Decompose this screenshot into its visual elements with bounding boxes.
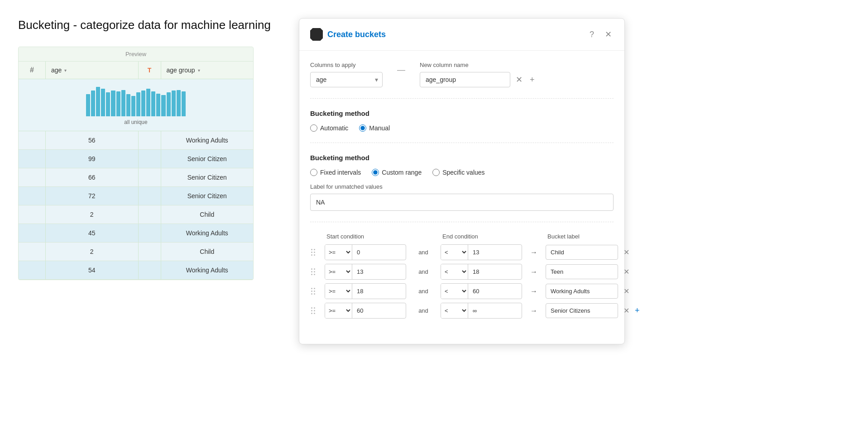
col-age-dropdown-icon[interactable]: ▾ — [64, 68, 67, 73]
start-value-input[interactable] — [352, 284, 384, 298]
custom-range-radio[interactable] — [372, 169, 379, 176]
create-buckets-modal: Create buckets ? ✕ Columns to apply age — [299, 18, 625, 344]
end-value-input[interactable] — [468, 284, 500, 298]
bucket-add-btn[interactable]: + — [633, 304, 642, 317]
start-value-input[interactable] — [352, 265, 384, 279]
end-op-select[interactable]: < <= > >= — [441, 284, 468, 299]
new-column-add-btn[interactable]: + — [528, 73, 537, 86]
col-agegroup-dropdown-icon[interactable]: ▾ — [198, 68, 200, 73]
arrow-icon: → — [526, 268, 542, 276]
bucket-remove-btn[interactable]: ✕ — [622, 305, 631, 317]
histogram-bar — [146, 89, 150, 116]
bucket-header-row: Start condition End condition Bucket lab… — [310, 233, 614, 240]
columns-row: Columns to apply age — New column name ✕ — [310, 62, 614, 87]
col-age-label: age — [51, 67, 62, 74]
page-title: Bucketing - categorize data for machine … — [18, 18, 281, 32]
bucket-label-input[interactable] — [546, 245, 618, 260]
cell-age-value: 54 — [46, 261, 139, 279]
specific-values-radio[interactable] — [432, 169, 440, 176]
col-num-header: # — [19, 62, 46, 79]
columns-section: Columns to apply age — New column name ✕ — [310, 62, 614, 99]
fixed-intervals-radio[interactable] — [310, 169, 317, 176]
new-column-name-input[interactable] — [420, 72, 510, 87]
histogram-bar — [141, 91, 145, 116]
bucketing-method-title: Bucketing method — [310, 110, 614, 117]
col-agegroup-label: age group — [167, 67, 195, 74]
end-op-select[interactable]: < <= > >= — [441, 245, 468, 260]
new-column-name-field: ✕ + — [420, 72, 537, 87]
histogram-bar — [86, 94, 90, 116]
columns-select[interactable]: age — [310, 72, 383, 87]
cell-age-value: 66 — [46, 168, 139, 186]
histogram-bar — [136, 92, 140, 116]
preview-table: Preview # age ▾ T age group ▾ all unique — [18, 47, 254, 280]
start-op-select[interactable]: >= > <= < — [325, 245, 352, 260]
manual-option[interactable]: Manual — [359, 124, 390, 132]
drag-handle[interactable] — [310, 286, 321, 296]
cell-index — [19, 261, 46, 279]
start-condition-group: >= > <= < — [325, 303, 406, 319]
bucketing-method-radio-group: Automatic Manual — [310, 124, 614, 132]
col-age-header: age ▾ — [46, 62, 139, 79]
histogram-bar — [121, 90, 125, 117]
bucket-row: >= > <= < and < <= > >= → ✕ — [310, 264, 614, 280]
close-button[interactable]: ✕ — [603, 28, 614, 41]
and-label: and — [410, 249, 437, 256]
cell-type-value — [139, 224, 161, 242]
histogram-bar — [177, 90, 181, 117]
drag-handle[interactable] — [310, 267, 321, 277]
unmatched-label: Label for unmatched values — [310, 183, 614, 190]
table-row: 54 Working Adults — [19, 261, 253, 280]
start-op-select[interactable]: >= > <= < — [325, 264, 352, 279]
modal-header: Create buckets ? ✕ — [299, 19, 624, 51]
cell-index — [19, 168, 46, 186]
bucket-label-input[interactable] — [546, 264, 618, 279]
start-value-input[interactable] — [352, 245, 384, 259]
modal-title: Create buckets — [327, 30, 386, 39]
table-row: 72 Senior Citizen — [19, 187, 253, 205]
end-value-input[interactable] — [468, 265, 500, 279]
table-rows-container: 56 Working Adults 99 Senior Citizen 66 S… — [19, 131, 253, 280]
drag-handle[interactable] — [310, 247, 321, 257]
manual-radio[interactable] — [359, 124, 366, 132]
cell-group-value: Child — [161, 205, 254, 224]
columns-to-apply-label: Columns to apply — [310, 62, 383, 68]
histogram-bar — [96, 87, 100, 116]
modal-header-actions: ? ✕ — [588, 28, 614, 41]
histogram-bar — [167, 92, 171, 116]
end-op-select[interactable]: < <= > >= — [441, 264, 468, 279]
automatic-option[interactable]: Automatic — [310, 124, 348, 132]
start-value-input[interactable] — [352, 304, 384, 318]
start-op-select[interactable]: >= > <= < — [325, 284, 352, 299]
bucket-remove-btn[interactable]: ✕ — [622, 285, 631, 297]
bucketing-range-section: Bucketing method Fixed intervals Custom … — [310, 154, 614, 222]
arrow-icon: → — [526, 248, 542, 257]
start-op-select[interactable]: >= > <= < — [325, 303, 352, 318]
drag-handle[interactable] — [310, 305, 321, 316]
help-button[interactable]: ? — [588, 28, 596, 41]
bucket-remove-btn[interactable]: ✕ — [622, 266, 631, 278]
table-header: # age ▾ T age group ▾ — [19, 62, 253, 79]
start-condition-col-label: Start condition — [326, 233, 408, 240]
specific-values-option[interactable]: Specific values — [432, 169, 484, 176]
end-value-input[interactable] — [468, 245, 500, 259]
arrow-icon: → — [526, 287, 542, 295]
bucket-rows-container: >= > <= < and < <= > >= → ✕ — [310, 244, 614, 319]
modal-body: Columns to apply age — New column name ✕ — [299, 51, 624, 344]
unmatched-input[interactable] — [310, 194, 614, 211]
custom-range-option[interactable]: Custom range — [372, 169, 422, 176]
bucket-label-input[interactable] — [546, 303, 618, 318]
cell-group-value: Senior Citizen — [161, 150, 254, 168]
histogram-bars — [86, 85, 186, 116]
cell-group-value: Working Adults — [161, 131, 254, 149]
automatic-radio[interactable] — [310, 124, 317, 132]
end-condition-group: < <= > >= — [441, 283, 522, 299]
bucket-label-input[interactable] — [546, 284, 618, 299]
end-value-input[interactable] — [468, 304, 500, 318]
end-op-select[interactable]: < <= > >= — [441, 303, 468, 318]
histogram-bar — [111, 91, 115, 116]
new-column-remove-btn[interactable]: ✕ — [514, 73, 524, 86]
bucket-remove-btn[interactable]: ✕ — [622, 246, 631, 258]
fixed-intervals-option[interactable]: Fixed intervals — [310, 169, 361, 176]
cell-group-value: Senior Citizen — [161, 168, 254, 186]
